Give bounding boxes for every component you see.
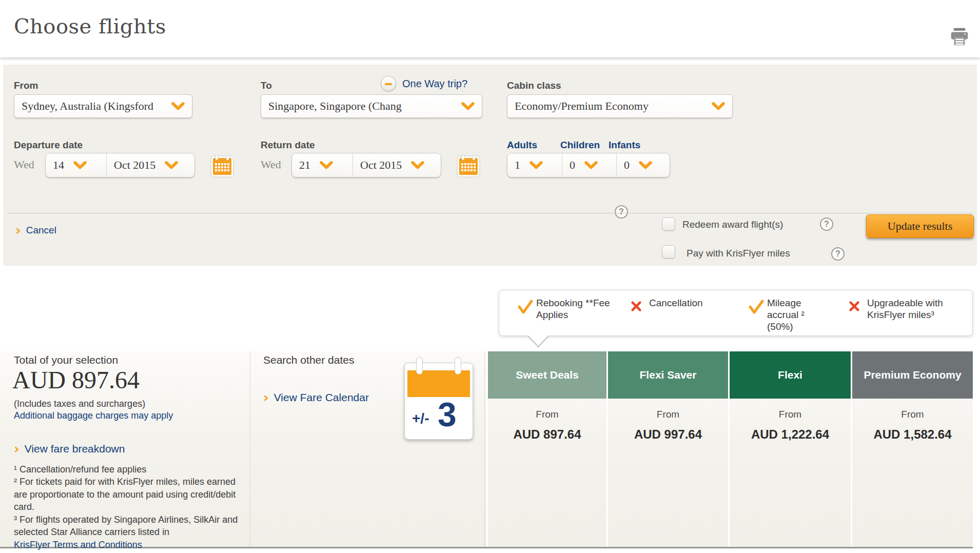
pay-miles-label[interactable]: Pay with KrisFlyer miles bbox=[687, 248, 790, 259]
cabin-class-value: Economy/Premium Economy bbox=[515, 100, 708, 113]
legend-item-text: Upgradeable with KrisFlyer miles³ bbox=[867, 298, 947, 321]
return-day-select[interactable]: 21 bbox=[292, 153, 352, 177]
fare-column-flexi: Flexi From AUD 1,222.64 bbox=[728, 351, 851, 547]
from-select[interactable]: Sydney, Australia (Kingsford bbox=[14, 94, 192, 118]
passengers-help-icon[interactable]: ? bbox=[615, 205, 628, 219]
return-date-label: Return date bbox=[261, 140, 315, 151]
footnote-2: ² For tickets paid for with KrisFlyer mi… bbox=[14, 476, 245, 513]
print-icon[interactable] bbox=[948, 25, 971, 48]
passengers-pill: 1 0 0 bbox=[507, 153, 670, 177]
chevron-down-icon bbox=[712, 102, 725, 110]
fare-from-label: From bbox=[488, 409, 606, 420]
adults-value: 1 bbox=[515, 159, 520, 172]
legend-item: Rebooking **Fee Applies bbox=[518, 298, 613, 321]
departure-day-name: Wed bbox=[14, 158, 34, 171]
plus-minus-3-days-calendar-icon[interactable]: +/- 3 bbox=[404, 363, 473, 440]
fare-header-sweet-deals[interactable]: Sweet Deals bbox=[488, 351, 606, 399]
adults-select[interactable]: 1 bbox=[507, 153, 562, 177]
infants-select[interactable]: 0 bbox=[617, 153, 670, 177]
departure-day-value: 14 bbox=[53, 159, 64, 172]
fare-from-label: From bbox=[730, 409, 851, 420]
departure-month-select[interactable]: Oct 2015 bbox=[107, 153, 194, 177]
fare-header-flexi-saver[interactable]: Flexi Saver bbox=[608, 351, 728, 399]
tooltip-arrow bbox=[528, 335, 548, 346]
return-month-select[interactable]: Oct 2015 bbox=[353, 153, 441, 177]
departure-month-value: Oct 2015 bbox=[114, 159, 155, 172]
from-value: Sydney, Australia (Kingsford bbox=[22, 100, 167, 113]
chevron-right-icon: › bbox=[14, 444, 19, 453]
legend-item: Upgradeable with KrisFlyer miles³ bbox=[849, 298, 947, 321]
to-label: To bbox=[261, 80, 272, 91]
redeem-award-checkbox[interactable] bbox=[662, 218, 675, 231]
fare-selection-strip: Total of your selection AUD 897.64 (Incl… bbox=[0, 351, 973, 548]
legend-item-text: Rebooking **Fee Applies bbox=[536, 298, 613, 321]
column-divider bbox=[484, 351, 485, 547]
fare-footnotes: ¹ Cancellation/refund fee applies ² For … bbox=[14, 463, 245, 551]
chevron-down-icon bbox=[171, 102, 185, 110]
from-label: From bbox=[14, 80, 38, 91]
fare-column-premium-economy: Premium Economy From AUD 1,582.64 bbox=[851, 351, 973, 547]
children-label: Children bbox=[560, 140, 600, 151]
chevron-down-icon bbox=[165, 161, 178, 169]
fare-header-premium-economy[interactable]: Premium Economy bbox=[852, 351, 973, 399]
return-day-value: 21 bbox=[299, 159, 310, 172]
legend-item: Mileage accrual ² (50%) bbox=[749, 298, 831, 332]
return-calendar-icon[interactable] bbox=[457, 154, 480, 177]
cancel-link[interactable]: › Cancel bbox=[15, 225, 56, 236]
choose-flights-page: Choose flights From Sydney, Australia (K… bbox=[0, 0, 980, 553]
fare-calendar-label: View Fare Calendar bbox=[274, 391, 369, 404]
cabin-class-label: Cabin class bbox=[507, 80, 561, 91]
departure-day-select[interactable]: 14 bbox=[46, 153, 106, 177]
baggage-charges-link[interactable]: Additional baggage charges may apply bbox=[14, 410, 173, 421]
fare-price: AUD 997.64 bbox=[608, 427, 728, 442]
chevron-down-icon bbox=[411, 161, 424, 169]
days-number: 3 bbox=[438, 395, 457, 434]
form-divider bbox=[7, 213, 973, 213]
search-other-dates-title: Search other dates bbox=[263, 354, 354, 366]
legend-item: Cancellation bbox=[631, 298, 731, 314]
update-results-button[interactable]: Update results bbox=[866, 214, 974, 238]
krisflyer-terms-link[interactable]: KrisFlyer Terms and Conditions bbox=[14, 539, 245, 551]
column-divider bbox=[250, 351, 250, 547]
view-fare-breakdown-link[interactable]: › View fare breakdown bbox=[14, 443, 125, 455]
cancel-label: Cancel bbox=[26, 225, 56, 236]
check-icon bbox=[518, 298, 536, 321]
fare-price: AUD 897.64 bbox=[488, 427, 606, 442]
children-value: 0 bbox=[570, 159, 575, 172]
fare-column-flexi-saver: Flexi Saver From AUD 997.64 bbox=[606, 351, 728, 547]
one-way-label: One Way trip? bbox=[402, 78, 467, 90]
fare-from-label: From bbox=[852, 409, 973, 420]
legend-item-text: Mileage accrual ² (50%) bbox=[767, 298, 831, 332]
chevron-right-icon: › bbox=[15, 226, 21, 235]
infants-label: Infants bbox=[609, 140, 640, 151]
fare-breakdown-label: View fare breakdown bbox=[25, 443, 125, 455]
one-way-toggle[interactable]: One Way trip? bbox=[381, 76, 467, 91]
pay-miles-checkbox[interactable] bbox=[662, 245, 675, 259]
chevron-down-icon bbox=[73, 161, 87, 169]
redeem-help-icon[interactable]: ? bbox=[820, 218, 833, 231]
pay-miles-help-icon[interactable]: ? bbox=[831, 247, 845, 261]
to-value: Singapore, Singapore (Chang bbox=[268, 100, 457, 113]
chevron-down-icon bbox=[461, 102, 475, 110]
calendar-band bbox=[407, 370, 470, 397]
taxes-note: (Includes taxes and surcharges) bbox=[14, 399, 145, 409]
total-selection-title: Total of your selection bbox=[14, 354, 118, 366]
cabin-class-select[interactable]: Economy/Premium Economy bbox=[507, 94, 733, 118]
calendar-ring bbox=[416, 357, 423, 374]
to-select[interactable]: Singapore, Singapore (Chang bbox=[261, 94, 482, 118]
adults-label: Adults bbox=[507, 140, 537, 151]
chevron-down-icon bbox=[639, 161, 652, 169]
departure-calendar-icon[interactable] bbox=[210, 154, 234, 177]
page-header: Choose flights bbox=[0, 0, 980, 57]
fare-legend-tooltip: Rebooking **Fee Applies Cancellation Mil… bbox=[499, 290, 973, 336]
redeem-award-label[interactable]: Redeem award flight(s) bbox=[682, 219, 783, 230]
plus-minus-text: +/- bbox=[412, 410, 429, 427]
children-select[interactable]: 0 bbox=[562, 153, 616, 177]
return-date-pill: 21 Oct 2015 bbox=[291, 153, 441, 177]
view-fare-calendar-link[interactable]: › View Fare Calendar bbox=[263, 391, 369, 404]
fare-header-flexi[interactable]: Flexi bbox=[730, 351, 851, 399]
fare-column-sweet-deals: Sweet Deals From AUD 897.64 bbox=[486, 351, 606, 547]
chevron-right-icon: › bbox=[263, 393, 269, 402]
footnote-1: ¹ Cancellation/refund fee applies bbox=[14, 463, 245, 476]
total-amount: AUD 897.64 bbox=[12, 366, 140, 394]
